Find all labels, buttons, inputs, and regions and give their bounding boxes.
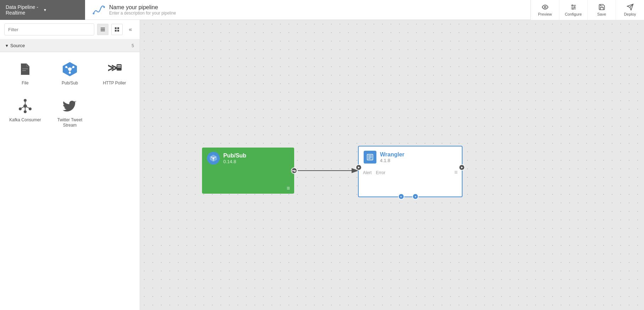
source-item-twitter[interactable]: Twitter Tweet Stream (50, 95, 89, 131)
source-item-http-poller[interactable]: ≫ HTTP Poller (95, 58, 134, 89)
source-count: 5 (131, 43, 134, 48)
filter-input[interactable] (4, 23, 94, 35)
pipeline-name[interactable]: Name your pipeline (109, 4, 176, 11)
pubsub-node-footer: ≡ (202, 183, 294, 194)
wrangler-menu-icon[interactable]: ≡ (454, 169, 458, 176)
wrangler-node-title: Wrangler (380, 151, 404, 158)
preview-icon (542, 4, 549, 11)
pubsub-node-version: 0.14.8 (223, 159, 246, 164)
collapse-sidebar-button[interactable]: « (125, 24, 135, 34)
save-button[interactable]: Save (587, 0, 616, 20)
twitter-icon (61, 98, 78, 115)
wrangler-error-port[interactable]: ▼ (412, 193, 419, 200)
svg-rect-18 (117, 27, 119, 29)
pubsub-node-header: Pub/Sub 0.14.8 (202, 148, 294, 169)
wrangler-node-footer: Alert Error ≡ (359, 168, 462, 178)
source-item-pubsub-label: Pub/Sub (62, 81, 78, 86)
dropdown-arrow-icon: ▾ (44, 7, 79, 12)
source-item-file-label: File (22, 81, 28, 86)
deploy-button[interactable]: Deploy (616, 0, 644, 20)
deploy-label: Deploy (624, 12, 636, 16)
svg-rect-17 (115, 27, 117, 29)
pipeline-dropdown[interactable]: Data Pipeline - Realtime ▾ (0, 0, 85, 20)
wrangler-node-version: 4.1.8 (380, 158, 404, 163)
wrangler-alert-label: Alert (363, 170, 372, 175)
source-label: Source (10, 43, 25, 48)
grid-view-button[interactable] (111, 24, 123, 35)
svg-rect-19 (115, 30, 117, 32)
source-item-kafka-label: Kafka Consumer (9, 117, 41, 123)
pubsub-node-icon (207, 152, 220, 165)
source-item-http-poller-label: HTTP Poller (103, 81, 126, 86)
svg-point-35 (23, 104, 27, 108)
source-section: ▾ Source 5 File (0, 39, 140, 137)
svg-rect-33 (117, 65, 121, 66)
svg-rect-22 (22, 70, 26, 71)
http-poller-icon: ≫ (106, 61, 123, 78)
svg-rect-14 (101, 28, 105, 28)
wrangler-left-port[interactable]: ▶ (355, 164, 362, 171)
pubsub-icon (61, 61, 78, 78)
svg-point-24 (68, 67, 72, 71)
pipeline-title-text: Name your pipeline Enter a description f… (109, 4, 176, 16)
svg-point-37 (24, 110, 27, 113)
source-item-kafka[interactable]: Kafka Consumer (6, 95, 45, 131)
pipeline-title-area: Name your pipeline Enter a description f… (85, 4, 530, 16)
wrangler-error-label: Error (376, 170, 386, 175)
svg-rect-20 (117, 30, 119, 32)
svg-point-2 (544, 6, 546, 8)
preview-label: Preview (538, 12, 552, 16)
source-header[interactable]: ▾ Source 5 (0, 39, 140, 52)
main-layout: « ▾ Source 5 (0, 20, 644, 310)
grid-view-icon (114, 27, 120, 32)
source-chevron-icon: ▾ (6, 43, 8, 48)
pubsub-node[interactable]: Pub/Sub 0.14.8 ≡ ▶ (202, 148, 294, 194)
svg-point-47 (213, 157, 214, 159)
sidebar: « ▾ Source 5 (0, 20, 140, 310)
svg-point-36 (24, 99, 27, 102)
pipeline-dropdown-label: Data Pipeline - Realtime (6, 4, 41, 16)
svg-line-43 (27, 107, 29, 108)
wrangler-node-icon (364, 151, 376, 164)
svg-rect-16 (101, 31, 105, 31)
canvas-area[interactable]: Pub/Sub 0.14.8 ≡ ▶ (140, 20, 644, 310)
kafka-icon (17, 98, 34, 115)
save-icon (598, 4, 605, 11)
source-item-twitter-label: Twitter Tweet Stream (53, 117, 86, 128)
save-label: Save (597, 12, 606, 16)
svg-rect-21 (22, 68, 28, 69)
svg-text:≫: ≫ (107, 62, 118, 73)
sidebar-header: « (0, 20, 140, 39)
list-view-icon (100, 27, 106, 32)
svg-rect-15 (101, 29, 105, 30)
pubsub-right-port[interactable]: ▶ (291, 167, 297, 174)
wrangler-alert-port[interactable]: ▼ (398, 193, 404, 200)
configure-button[interactable]: Configure (559, 0, 587, 20)
pubsub-node-title: Pub/Sub (223, 153, 246, 159)
pubsub-menu-icon[interactable]: ≡ (287, 185, 290, 192)
top-bar-actions: Preview Configure Save (530, 0, 644, 20)
svg-rect-34 (117, 67, 121, 67)
wrangler-node-header: Wrangler 4.1.8 (359, 146, 462, 168)
top-bar: Data Pipeline - Realtime ▾ Name your pip… (0, 0, 644, 20)
deploy-icon (627, 4, 634, 11)
configure-icon (570, 4, 577, 11)
source-item-file[interactable]: File (6, 58, 45, 89)
configure-label: Configure (565, 12, 582, 16)
preview-button[interactable]: Preview (531, 0, 559, 20)
svg-line-42 (21, 107, 24, 108)
wrangler-right-port[interactable]: ▶ (459, 164, 465, 171)
pipeline-description: Enter a description for your pipeline (109, 11, 176, 16)
wrangler-node[interactable]: Wrangler 4.1.8 Alert Error ≡ ▶ ▶ (358, 146, 463, 197)
file-icon (17, 61, 34, 78)
svg-point-0 (93, 12, 95, 14)
source-item-pubsub[interactable]: Pub/Sub (50, 58, 89, 89)
source-grid: File (0, 52, 140, 137)
pipeline-icon (92, 4, 105, 16)
list-view-button[interactable] (97, 24, 108, 35)
